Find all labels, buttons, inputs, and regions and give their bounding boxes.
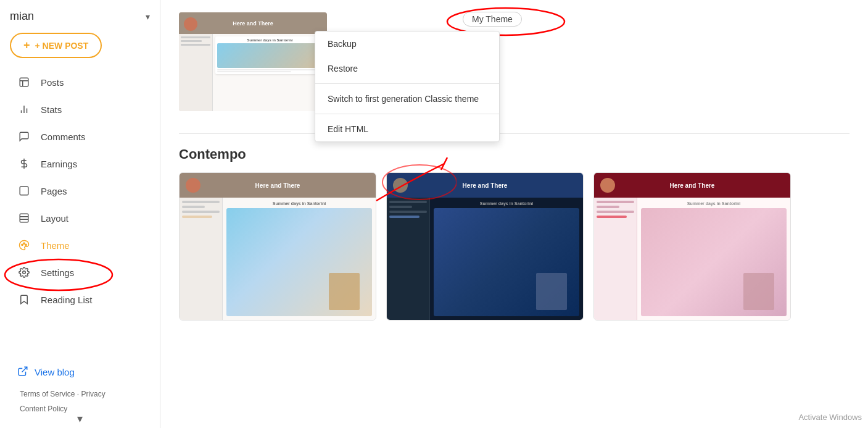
- posts-label: Posts: [41, 77, 64, 88]
- preview-header-bar: Here and There: [179, 12, 327, 34]
- view-blog-label: View blog: [35, 367, 75, 377]
- sidebar-item-comments[interactable]: Comments: [5, 124, 155, 149]
- theme-dropdown-menu: Backup Restore Switch to first generatio…: [315, 31, 500, 142]
- sidebar-item-settings[interactable]: Settings: [5, 259, 155, 285]
- contempo-section: Contempo Here and There: [160, 134, 868, 333]
- preview-post-area: Summer days in Santorini: [213, 34, 327, 111]
- current-theme-preview: Here and There Summer days in Santorini: [179, 12, 327, 111]
- pages-label: Pages: [41, 186, 67, 196]
- plus-icon: +: [23, 39, 30, 52]
- theme-header-area: Here and There Summer days in Santorini: [160, 0, 868, 124]
- earnings-label: Earnings: [41, 159, 77, 169]
- sidebar-item-pages[interactable]: Pages: [5, 178, 155, 204]
- pages-icon: [17, 184, 31, 198]
- view-blog-link[interactable]: View blog: [10, 359, 150, 385]
- svg-point-11: [22, 244, 23, 245]
- new-post-label: + NEW POST: [35, 41, 89, 51]
- svg-rect-0: [20, 78, 28, 86]
- post-subtitle-dark: Summer days in Santorini: [480, 201, 533, 206]
- preview-mini-sidebar: [179, 34, 213, 111]
- svg-point-13: [25, 244, 27, 245]
- sidebar: mian ▾ + + NEW POST Posts Stats Comments: [0, 0, 160, 428]
- card-sidebar-dark: [387, 198, 430, 320]
- theme-card-light[interactable]: Here and There Summer days in Santorini: [179, 172, 376, 321]
- restore-menu-item[interactable]: Restore: [315, 56, 499, 81]
- comments-icon: [17, 130, 31, 143]
- card-main-dark: Summer days in Santorini: [430, 198, 583, 320]
- theme-card-pink[interactable]: Here and There Summer days in Santorini: [593, 172, 791, 321]
- card-body-light: Summer days in Santorini: [180, 198, 376, 320]
- theme-card-dark[interactable]: Here and There Summer days in Santorini: [386, 172, 584, 321]
- card-body-pink: Summer days in Santorini: [594, 198, 790, 320]
- card-main-light: Summer days in Santorini: [223, 198, 376, 320]
- svg-rect-8: [20, 214, 28, 222]
- dropdown-divider-2: [315, 114, 499, 114]
- new-post-button[interactable]: + + NEW POST: [10, 33, 102, 58]
- card-header-pink: Here and There: [594, 173, 790, 198]
- reading-list-icon: [17, 293, 31, 306]
- view-blog-icon: [17, 366, 28, 379]
- card-avatar-light: [186, 178, 200, 193]
- card-main-pink: Summer days in Santorini: [637, 198, 790, 320]
- preview-post-title: Summer days in Santorini: [217, 38, 323, 42]
- main-content: Here and There Summer days in Santorini: [160, 0, 868, 428]
- content-policy-label: Content Policy: [20, 405, 67, 413]
- card-avatar-dark: [393, 178, 408, 193]
- card-blog-title-dark: Here and There: [463, 182, 508, 189]
- post-image-light: [226, 208, 372, 316]
- card-header-dark: Here and There: [387, 173, 583, 198]
- svg-rect-7: [20, 187, 28, 195]
- preview-post-card: Summer days in Santorini: [215, 36, 324, 74]
- svg-point-12: [23, 243, 25, 244]
- svg-line-15: [22, 367, 27, 372]
- sidebar-item-layout[interactable]: Layout: [5, 205, 155, 231]
- my-theme-annotation-area: My Theme: [463, 14, 522, 25]
- earnings-icon: [17, 157, 31, 170]
- sidebar-item-stats[interactable]: Stats: [5, 96, 155, 122]
- sidebar-item-reading-list[interactable]: Reading List: [5, 287, 155, 313]
- sidebar-item-earnings[interactable]: Earnings: [5, 151, 155, 177]
- terms-link[interactable]: Terms of Service: [20, 390, 75, 398]
- post-image-dark: [434, 208, 579, 316]
- theme-icon: [17, 238, 31, 252]
- sidebar-nav: Posts Stats Comments Earnings Pages: [0, 68, 160, 314]
- settings-label: Settings: [41, 267, 74, 278]
- dropdown-divider: [315, 83, 499, 84]
- theme-gallery: Here and There Summer days in Santorini: [179, 172, 849, 321]
- edit-html-menu-item[interactable]: Edit HTML: [315, 117, 499, 141]
- settings-icon: [17, 266, 31, 279]
- privacy-link[interactable]: Privacy: [81, 390, 105, 398]
- post-subtitle-light: Summer days in Santorini: [273, 201, 326, 206]
- sidebar-item-theme[interactable]: Theme: [5, 232, 155, 258]
- stats-label: Stats: [41, 104, 62, 115]
- card-sidebar-pink: [594, 198, 637, 320]
- footer-links: Terms of Service · Privacy: [10, 385, 150, 403]
- blog-dropdown-arrow[interactable]: ▾: [146, 12, 150, 22]
- blog-name: mian: [10, 10, 34, 23]
- sidebar-header: mian ▾: [0, 0, 160, 28]
- preview-blog-title: Here and There: [233, 20, 273, 27]
- posts-icon: [17, 75, 31, 89]
- card-blog-title-pink: Here and There: [670, 182, 715, 189]
- post-subtitle-pink: Summer days in Santorini: [687, 201, 740, 206]
- backup-menu-item[interactable]: Backup: [315, 31, 499, 56]
- contempo-section-title: Contempo: [179, 146, 849, 162]
- stats-icon: [17, 103, 31, 116]
- switch-classic-menu-item[interactable]: Switch to first generation Classic theme: [315, 86, 499, 111]
- svg-point-14: [23, 271, 26, 274]
- post-image-pink: [641, 208, 787, 316]
- card-body-dark: Summer days in Santorini: [387, 198, 583, 320]
- card-sidebar-light: [180, 198, 223, 320]
- theme-label: Theme: [41, 240, 70, 251]
- card-header-light: Here and There: [180, 173, 376, 198]
- preview-post-image: [217, 43, 323, 68]
- preview-content-area: Summer days in Santorini: [179, 34, 327, 111]
- comments-label: Comments: [41, 132, 86, 142]
- card-blog-title-light: Here and There: [255, 182, 300, 189]
- scroll-down-indicator: ▾: [75, 409, 85, 428]
- reading-list-label: Reading List: [41, 295, 92, 305]
- layout-icon: [17, 211, 31, 225]
- my-theme-label: My Theme: [463, 12, 522, 27]
- preview-avatar: [184, 17, 197, 31]
- sidebar-item-posts[interactable]: Posts: [5, 69, 155, 95]
